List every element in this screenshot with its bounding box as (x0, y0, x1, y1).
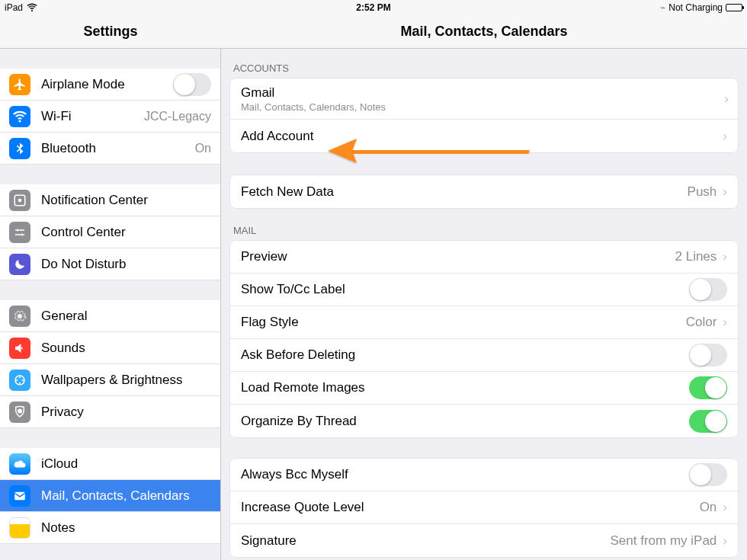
bluetooth-icon (9, 138, 30, 159)
account-subtitle: Mail, Contacts, Calendars, Notes (241, 101, 386, 113)
device-label: iPad (5, 2, 23, 13)
load-remote-images-row[interactable]: Load Remote Images (230, 372, 738, 405)
airplane-toggle[interactable] (173, 73, 211, 96)
flag-style-row[interactable]: Flag Style Color › (230, 306, 738, 339)
sidebar-item-icloud[interactable]: iCloud (0, 448, 220, 480)
charging-label: Not Charging (668, 2, 723, 13)
ask-before-deleting-label: Ask Before Deleting (241, 347, 689, 363)
sidebar-item-label: Airplane Mode (41, 77, 173, 92)
sidebar-item-notes[interactable]: Notes (0, 512, 220, 544)
sidebar-item-sounds[interactable]: Sounds (0, 332, 220, 364)
add-account-label: Add Account (241, 129, 717, 144)
increase-quote-row[interactable]: Increase Quote Level On › (230, 491, 738, 524)
mail-icon (9, 485, 30, 507)
notes-icon (9, 517, 30, 539)
fetch-value: Push (688, 184, 717, 200)
always-bcc-label: Always Bcc Myself (241, 467, 689, 482)
wifi-icon (27, 2, 37, 14)
sidebar-item-label: Sounds (41, 341, 211, 356)
chevron-right-icon: › (724, 91, 729, 107)
chevron-right-icon: › (723, 129, 727, 144)
organize-by-thread-row[interactable]: Organize By Thread (230, 405, 738, 437)
wifi-icon (9, 106, 30, 127)
section-header-accounts: ACCOUNTS (221, 49, 747, 78)
notification-center-icon (9, 190, 30, 211)
chevron-right-icon: › (723, 533, 727, 549)
sidebar-item-do-not-disturb[interactable]: Do Not Disturb (0, 248, 220, 280)
sidebar-item-label: Privacy (41, 405, 211, 420)
sidebar-item-notification-center[interactable]: Notification Center (0, 184, 220, 216)
sounds-icon (9, 338, 30, 359)
fetch-new-data-row[interactable]: Fetch New Data Push › (230, 175, 738, 208)
svg-point-9 (16, 379, 18, 380)
always-bcc-row[interactable]: Always Bcc Myself (230, 459, 738, 491)
svg-point-3 (21, 233, 24, 235)
ask-before-deleting-row[interactable]: Ask Before Deleting (230, 339, 738, 372)
chevron-right-icon: › (723, 315, 727, 330)
detail-pane[interactable]: ACCOUNTS Gmail Mail, Contacts, Calendars… (221, 49, 747, 560)
sidebar-item-label: Wi-Fi (41, 109, 144, 124)
always-bcc-toggle[interactable] (689, 463, 727, 486)
sidebar-item-label: Notification Center (41, 193, 211, 208)
wifi-value: JCC-Legacy (144, 110, 211, 123)
preview-label: Preview (241, 249, 675, 264)
nav-title-detail: Mail, Contacts, Calendars (221, 15, 747, 48)
sidebar-item-label: General (41, 309, 211, 324)
svg-point-6 (19, 376, 21, 378)
settings-sidebar[interactable]: Airplane Mode Wi-Fi JCC-Legacy Bluetooth… (0, 49, 221, 560)
show-tocc-toggle[interactable] (689, 278, 727, 301)
sidebar-item-label: iCloud (41, 456, 211, 472)
signature-label: Signature (241, 533, 611, 549)
nav-title-settings: Settings (0, 15, 221, 48)
sidebar-item-label: Notes (41, 520, 211, 536)
battery-icon (726, 4, 742, 11)
sidebar-item-control-center[interactable]: Control Center (0, 216, 220, 248)
sidebar-item-airplane-mode[interactable]: Airplane Mode (0, 69, 220, 101)
load-remote-images-toggle[interactable] (689, 376, 727, 399)
signature-value: Sent from my iPad (611, 533, 717, 549)
bluetooth-icon: ⌁ (660, 2, 665, 13)
sidebar-item-label: Bluetooth (41, 141, 195, 156)
bluetooth-value: On (195, 142, 211, 155)
svg-point-8 (19, 382, 21, 383)
sidebar-item-wifi[interactable]: Wi-Fi JCC-Legacy (0, 101, 220, 133)
sidebar-item-bluetooth[interactable]: Bluetooth On (0, 133, 220, 165)
airplane-icon (9, 74, 30, 95)
flag-style-value: Color (686, 315, 717, 330)
section-header-mail: MAIL (221, 208, 747, 241)
privacy-icon (9, 402, 30, 423)
chevron-right-icon: › (723, 184, 727, 200)
sidebar-item-general[interactable]: General (0, 300, 220, 332)
moon-icon (9, 254, 30, 275)
svg-point-2 (17, 229, 19, 231)
account-row-gmail[interactable]: Gmail Mail, Contacts, Calendars, Notes › (230, 78, 738, 120)
preview-value: 2 Lines (675, 249, 717, 264)
preview-row[interactable]: Preview 2 Lines › (230, 241, 738, 274)
sidebar-item-privacy[interactable]: Privacy (0, 396, 220, 428)
account-title: Gmail (241, 85, 274, 101)
fetch-label: Fetch New Data (241, 184, 688, 200)
signature-row[interactable]: Signature Sent from my iPad › (230, 524, 738, 557)
sidebar-item-mail-contacts-calendars[interactable]: Mail, Contacts, Calendars (0, 480, 220, 512)
control-center-icon (9, 222, 30, 243)
nav-bar: Settings Mail, Contacts, Calendars (0, 15, 747, 49)
clock: 2:52 PM (356, 2, 390, 13)
svg-point-7 (22, 379, 24, 380)
organize-by-thread-label: Organize By Thread (241, 414, 689, 429)
svg-point-4 (18, 314, 22, 318)
add-account-row[interactable]: Add Account › (230, 120, 738, 152)
chevron-right-icon: › (723, 249, 727, 264)
show-tocc-row[interactable]: Show To/Cc Label (230, 274, 738, 306)
svg-point-1 (18, 198, 22, 202)
load-remote-images-label: Load Remote Images (241, 380, 689, 395)
wallpaper-icon (9, 370, 30, 391)
ask-before-deleting-toggle[interactable] (689, 344, 727, 366)
sidebar-item-label: Do Not Disturb (41, 257, 211, 272)
gear-icon (9, 306, 30, 327)
status-bar: iPad 2:52 PM ⌁ Not Charging (0, 0, 747, 15)
sidebar-item-wallpapers[interactable]: Wallpapers & Brightness (0, 364, 220, 396)
organize-by-thread-toggle[interactable] (689, 410, 727, 433)
sidebar-item-label: Control Center (41, 225, 211, 240)
flag-style-label: Flag Style (241, 315, 686, 330)
sidebar-item-label: Mail, Contacts, Calendars (41, 488, 211, 504)
